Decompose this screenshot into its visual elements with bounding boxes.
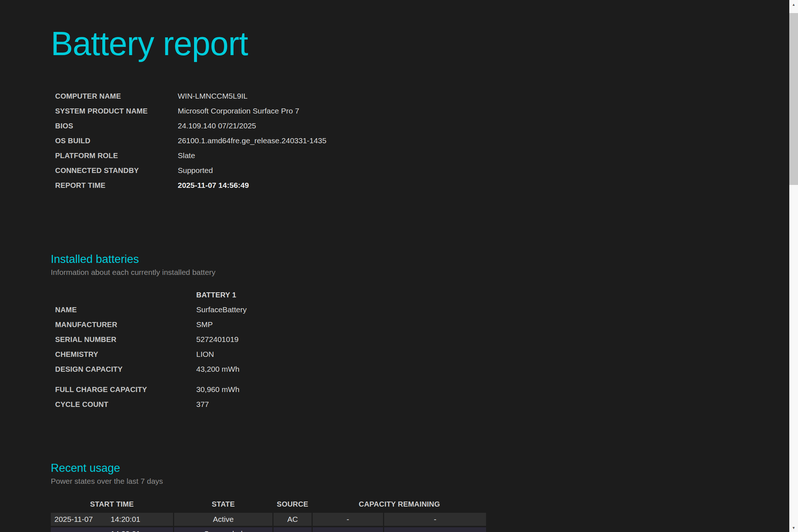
info-label: COMPUTER NAME <box>55 89 178 104</box>
report-time-value: 2025-11-07 14:56:49 <box>178 178 762 193</box>
column-header-start-time: START TIME <box>51 500 173 509</box>
vertical-scrollbar[interactable]: ▲ ▼ <box>789 0 798 532</box>
column-header-source: SOURCE <box>273 500 312 509</box>
section-heading: Recent usage <box>51 461 762 475</box>
start-date: 2025-11-07 <box>54 515 111 524</box>
info-value: SMP <box>196 317 762 332</box>
section-heading: Installed batteries <box>51 252 762 266</box>
info-label: CONNECTED STANDBY <box>55 163 178 178</box>
scroll-up-button[interactable]: ▲ <box>789 0 798 9</box>
info-label: SYSTEM PRODUCT NAME <box>55 104 178 119</box>
info-value: Supported <box>178 163 762 178</box>
start-time: 14:20:01 <box>111 515 140 524</box>
capacity-percent-cell: - <box>313 513 383 526</box>
info-label: BIOS <box>55 119 178 133</box>
installed-batteries-section: Installed batteries Information about ea… <box>51 252 762 412</box>
info-value: SurfaceBattery <box>196 302 762 317</box>
info-value: 43,200 mWh <box>196 362 762 377</box>
battery-report-page: Battery report COMPUTER NAME WIN-LMNCCM5… <box>0 0 762 532</box>
info-value: 26100.1.amd64fre.ge_release.240331-1435 <box>178 133 762 148</box>
info-label: OS BUILD <box>55 133 178 148</box>
state-cell: Suspended <box>174 527 272 532</box>
info-value: 30,960 mWh <box>196 382 762 397</box>
recent-usage-table: START TIME STATE SOURCE CAPACITY REMAINI… <box>51 500 486 532</box>
info-value: 5272401019 <box>196 332 762 347</box>
scroll-up-icon: ▲ <box>792 3 795 7</box>
recent-usage-section: Recent usage Power states over the last … <box>51 461 762 532</box>
info-value: 377 <box>196 397 762 412</box>
section-subtitle: Information about each currently install… <box>51 268 762 277</box>
info-label: SERIAL NUMBER <box>55 332 196 347</box>
state-cell: Active <box>174 513 272 526</box>
spacer-cell <box>55 288 196 302</box>
info-label: REPORT TIME <box>55 178 178 193</box>
battery-column-header: BATTERY 1 <box>196 288 762 302</box>
scroll-down-icon: ▼ <box>792 526 795 530</box>
info-value: LION <box>196 347 762 362</box>
section-subtitle: Power states over the last 7 days <box>51 477 762 486</box>
info-label: MANUFACTURER <box>55 317 196 332</box>
info-label: CYCLE COUNT <box>55 397 196 412</box>
info-label: NAME <box>55 302 196 317</box>
info-label: FULL CHARGE CAPACITY <box>55 382 196 397</box>
column-header-state: STATE <box>174 500 272 509</box>
info-label: CHEMISTRY <box>55 347 196 362</box>
info-value: WIN-LMNCCM5L9IL <box>178 89 762 104</box>
capacity-mwh-cell: - <box>384 527 486 532</box>
column-header-capacity-remaining: CAPACITY REMAINING <box>313 500 486 509</box>
info-label: DESIGN CAPACITY <box>55 362 196 377</box>
source-cell: AC <box>273 513 312 526</box>
page-title: Battery report <box>51 26 762 61</box>
system-info-table: COMPUTER NAME WIN-LMNCCM5L9IL SYSTEM PRO… <box>55 89 762 193</box>
battery-info-table: BATTERY 1 NAME SurfaceBattery MANUFACTUR… <box>55 288 762 412</box>
capacity-percent-cell: - <box>313 527 383 532</box>
start-time: 14:20:01 <box>111 529 140 532</box>
scrollbar-thumb[interactable] <box>789 13 798 185</box>
info-value: 24.109.140 07/21/2025 <box>178 119 762 133</box>
start-time-cell: 14:20:01 <box>51 527 173 532</box>
info-value: Microsoft Corporation Surface Pro 7 <box>178 104 762 119</box>
info-label: PLATFORM ROLE <box>55 148 178 163</box>
capacity-mwh-cell: - <box>384 513 486 526</box>
source-cell <box>273 527 312 532</box>
start-time-cell: 2025-11-07 14:20:01 <box>51 513 173 526</box>
info-value: Slate <box>178 148 762 163</box>
scroll-down-button[interactable]: ▼ <box>789 523 798 532</box>
